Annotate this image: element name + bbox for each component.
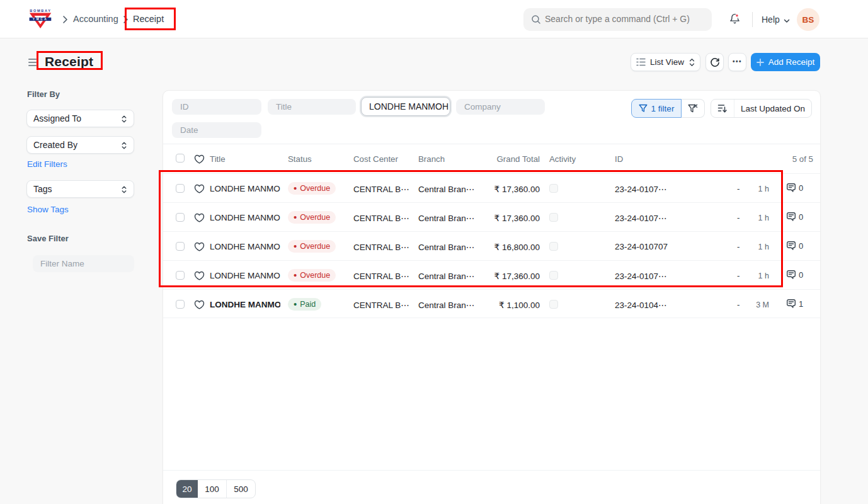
svg-text:YMCA: YMCA	[33, 18, 49, 21]
svg-text:BOMBAY: BOMBAY	[30, 9, 52, 13]
